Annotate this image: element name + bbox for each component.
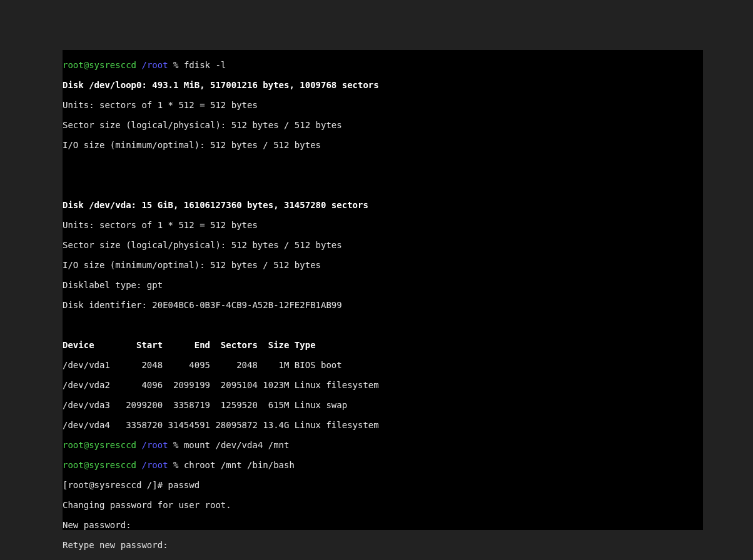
command-text: chroot /mnt /bin/bash	[184, 460, 295, 470]
prompt-sep: %	[168, 60, 184, 70]
chroot-prompt: [root@sysresccd /]# passwd	[63, 480, 703, 490]
prompt-sep: %	[168, 460, 184, 470]
prompt-line: root@sysresccd /root % chroot /mnt /bin/…	[63, 460, 703, 470]
prompt-line: root@sysresccd /root % mount /dev/vda4 /…	[63, 440, 703, 450]
prompt-cwd: /root	[141, 440, 168, 450]
passwd-output: Changing password for user root.	[63, 500, 703, 510]
partition-row: /dev/vda3 2099200 3358719 1259520 615M L…	[63, 400, 703, 410]
disk-vda-label: Disklabel type: gpt	[63, 280, 703, 290]
prompt-line: root@sysresccd /root % fdisk -l	[63, 60, 703, 70]
disk-vda-header: Disk /dev/vda: 15 GiB, 16106127360 bytes…	[63, 200, 703, 210]
passwd-output: Retype new password:	[63, 540, 703, 550]
prompt-sep: %	[168, 440, 184, 450]
disk-loop0-units: Units: sectors of 1 * 512 = 512 bytes	[63, 100, 703, 110]
prompt-userhost: root@sysresccd	[63, 440, 136, 450]
disk-vda-sector: Sector size (logical/physical): 512 byte…	[63, 240, 703, 250]
prompt-cwd: /root	[141, 460, 168, 470]
disk-loop0-sector: Sector size (logical/physical): 512 byte…	[63, 120, 703, 130]
prompt-cwd: /root	[141, 60, 168, 70]
command-text: fdisk -l	[184, 60, 226, 70]
blank-line	[63, 320, 703, 330]
prompt-userhost: root@sysresccd	[63, 460, 136, 470]
terminal-window[interactable]: root@sysresccd /root % fdisk -l Disk /de…	[63, 50, 703, 530]
passwd-output: New password:	[63, 520, 703, 530]
disk-loop0-io: I/O size (minimum/optimal): 512 bytes / …	[63, 140, 703, 150]
disk-vda-identifier: Disk identifier: 20E04BC6-0B3F-4CB9-A52B…	[63, 300, 703, 310]
blank-line	[63, 180, 703, 190]
partition-row: /dev/vda2 4096 2099199 2095104 1023M Lin…	[63, 380, 703, 390]
partition-row: /dev/vda1 2048 4095 2048 1M BIOS boot	[63, 360, 703, 370]
partition-row: /dev/vda4 3358720 31454591 28095872 13.4…	[63, 420, 703, 430]
command-text: mount /dev/vda4 /mnt	[184, 440, 290, 450]
disk-vda-io: I/O size (minimum/optimal): 512 bytes / …	[63, 260, 703, 270]
prompt-userhost: root@sysresccd	[63, 60, 136, 70]
disk-vda-units: Units: sectors of 1 * 512 = 512 bytes	[63, 220, 703, 230]
disk-loop0-header: Disk /dev/loop0: 493.1 MiB, 517001216 by…	[63, 80, 703, 90]
blank-line	[63, 160, 703, 170]
partition-table-header: Device Start End Sectors Size Type	[63, 340, 703, 350]
